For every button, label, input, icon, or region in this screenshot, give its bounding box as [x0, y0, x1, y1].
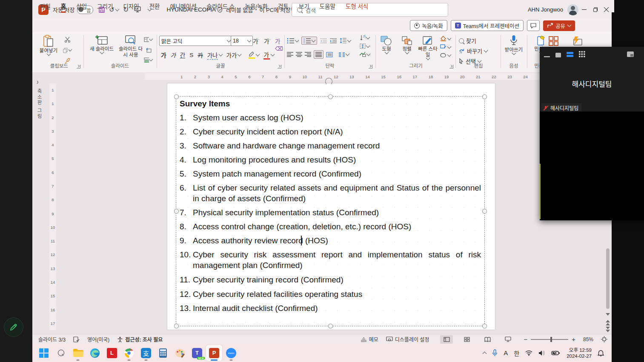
font-name-combo[interactable]: 맑은 고딕 [159, 36, 232, 46]
meeting-gallery-view-icon[interactable] [579, 51, 585, 59]
arrange-button[interactable]: 정렬 [398, 36, 416, 54]
ribbon-tab[interactable]: 홈 [56, 0, 71, 13]
numbering-button[interactable]: 123 [301, 37, 317, 45]
clipboard-dialog-launcher[interactable] [77, 65, 80, 68]
ribbon-tab[interactable]: 그리기 [92, 0, 118, 13]
selection-handle-bottom-left[interactable] [174, 324, 179, 328]
replace-button[interactable]: 가 바꾸기 [459, 47, 487, 55]
shape-fill-icon[interactable] [440, 36, 451, 41]
change-case-button[interactable]: 가가 [225, 50, 243, 60]
reading-view-button[interactable] [481, 335, 494, 344]
font-dialog-launcher[interactable] [278, 65, 281, 68]
chrome-icon[interactable] [121, 345, 137, 361]
shape-effects-icon[interactable] [440, 53, 451, 58]
align-left-button[interactable] [287, 52, 293, 57]
previous-slide-icon[interactable] [606, 320, 610, 322]
copy-icon[interactable] [63, 46, 72, 54]
meeting-maximize-icon[interactable] [555, 51, 561, 59]
close-button[interactable] [601, 0, 612, 19]
paragraph-dialog-launcher[interactable] [369, 65, 372, 68]
selection-handle-top-center[interactable] [328, 94, 333, 99]
fit-slide-button[interactable] [601, 336, 607, 342]
slide-layout-icon[interactable] [144, 36, 152, 43]
powerpoint-taskbar-icon[interactable]: P [206, 345, 222, 361]
vertical-ruler[interactable]: 11234567891011121314151617 [49, 83, 56, 330]
slideshow-view-button[interactable] [501, 335, 514, 344]
zoom-slider[interactable] [531, 339, 568, 340]
line-spacing-button[interactable] [340, 38, 351, 43]
zoom-level[interactable]: 85% [583, 336, 593, 342]
bold-button[interactable]: 가 [159, 50, 168, 60]
tray-microphone-icon[interactable] [492, 349, 498, 356]
meeting-speaker-view-icon[interactable] [567, 51, 573, 59]
file-explorer-icon[interactable] [70, 345, 86, 361]
start-button[interactable] [36, 345, 52, 361]
character-spacing-button[interactable]: 가나 [206, 50, 224, 60]
zoom-out-button[interactable]: − [524, 336, 527, 343]
justify-button[interactable] [314, 50, 323, 59]
battery-icon[interactable] [551, 351, 560, 356]
ribbon-tab[interactable]: 슬라이드 쇼 [202, 0, 240, 13]
selection-handle-bottom-right[interactable] [482, 324, 487, 328]
selection-handle-top-right[interactable] [482, 94, 487, 99]
stock-app-icon[interactable]: 支 [138, 345, 154, 361]
quick-styles-button[interactable]: 빠른 스타일 [417, 36, 438, 60]
zoom-in-button[interactable]: + [572, 336, 575, 343]
dictate-button[interactable]: 받아쓰기 [503, 35, 524, 54]
slide-indicator[interactable]: 슬라이드 3/3 [38, 336, 66, 343]
edge-icon[interactable] [87, 345, 103, 361]
decrease-indent-button[interactable] [320, 38, 327, 43]
text-direction-button[interactable]: 가 [359, 35, 370, 41]
scrollbar-thumb[interactable] [606, 248, 610, 309]
ribbon-tab[interactable]: 디자인 [118, 0, 144, 13]
ribbon-tab[interactable]: 애니메이션 [165, 0, 201, 13]
drawing-dialog-launcher[interactable] [449, 65, 453, 68]
display-settings-button[interactable]: 디스플레이 설정 [386, 336, 429, 343]
designer-icon[interactable] [570, 35, 584, 48]
shape-outline-icon[interactable] [440, 44, 451, 50]
present-in-teams-button[interactable]: T Teams에서 프레젠테이션 [451, 20, 524, 31]
ribbon-tab[interactable]: 파일 [35, 0, 56, 13]
annotation-pencil-button[interactable] [4, 317, 23, 337]
teams-taskbar-icon[interactable]: T NEW [189, 345, 205, 361]
distribute-columns-button[interactable] [326, 52, 333, 57]
language-indicator[interactable]: 영어(미국) [87, 336, 109, 343]
wifi-icon[interactable] [525, 350, 532, 356]
font-color-button[interactable]: 가 [262, 49, 276, 60]
align-right-button[interactable] [305, 52, 311, 57]
thumbnail-panel-label[interactable]: 축소판 그림 [36, 88, 43, 120]
ribbon-tab[interactable]: 도움말 [315, 0, 341, 13]
bullets-button[interactable] [287, 38, 298, 43]
share-button[interactable]: 공유 [543, 20, 575, 31]
accessibility-status[interactable]: 접근성: 조사 필요 [117, 336, 163, 343]
ribbon-tab[interactable]: 삽입 [71, 0, 92, 13]
ribbon-tab[interactable]: 도형 서식 [341, 0, 373, 13]
paste-button[interactable]: 붙여넣기 [37, 35, 60, 55]
slide-sorter-view-button[interactable] [461, 335, 473, 344]
strikethrough-button[interactable]: 캬 [196, 50, 204, 60]
meeting-pip-icon[interactable] [627, 51, 634, 59]
ribbon-tab[interactable]: 보기 [294, 0, 315, 13]
user-avatar[interactable] [567, 4, 578, 15]
participant-video[interactable] [540, 111, 644, 220]
grow-font-button[interactable]: 가ˆ [251, 36, 261, 46]
columns-button[interactable] [339, 52, 349, 57]
cut-icon[interactable] [63, 36, 72, 43]
ribbon-tab[interactable]: 검토 [273, 0, 294, 13]
slide-text[interactable]: Survey Items 1. System user access log (… [180, 99, 481, 317]
shapes-button[interactable]: 도형 [377, 36, 396, 54]
align-text-button[interactable] [359, 43, 370, 49]
taskbar-search-button[interactable] [53, 345, 69, 361]
meeting-minimize-icon[interactable] [544, 51, 550, 59]
notes-button[interactable]: 메모 [361, 336, 378, 343]
selection-handle-mid-right[interactable] [482, 209, 487, 214]
addin-grid-icon[interactable] [547, 35, 561, 48]
normal-view-button[interactable] [440, 335, 453, 344]
notification-bell-icon[interactable] [598, 350, 604, 356]
tray-chevron-icon[interactable] [483, 351, 486, 355]
horizontal-ruler[interactable]: 123456789101112131415161718192021222324 [145, 73, 540, 80]
thumbnail-panel-expand-icon[interactable]: › [37, 77, 38, 86]
font-size-combo[interactable]: 18 [231, 36, 253, 46]
shrink-font-button[interactable]: 가ˇ [262, 36, 272, 46]
reset-slide-icon[interactable] [144, 46, 152, 54]
